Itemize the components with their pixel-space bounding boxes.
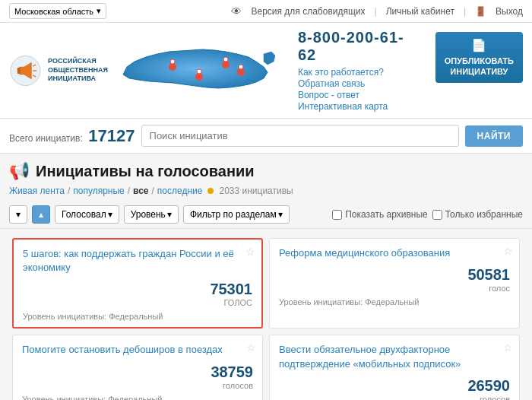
star-icon[interactable]: ☆ [503,245,513,257]
card-item-2: ☆ Реформа медицинского образования 50581… [269,238,520,329]
section-filter-button[interactable]: Фильтр по разделам ▾ [183,205,290,224]
card-link[interactable]: 5 шагов: как поддержать граждан России и… [23,247,237,275]
votes-number: 50581 [279,266,510,284]
svg-rect-2 [17,68,21,74]
star-icon[interactable]: ☆ [246,341,256,354]
breadcrumb-last[interactable]: последние [157,186,203,196]
logo-text: РОССИЙСКАЯ ОБЩЕСТВЕННАЯ ИНИЦИАТИВА [48,57,108,84]
search-button[interactable]: НАЙТИ [465,125,523,147]
breadcrumb-sep1: / [68,186,70,196]
only-favorites-label: Только избранные [445,209,523,220]
svg-point-8 [170,59,175,64]
filter-chevron-icon: ▾ [278,209,283,220]
total-count: 17127 [88,126,135,145]
card-votes: 75301 ГОЛОС [23,281,252,307]
breadcrumb-popular[interactable]: популярные [73,186,125,196]
total-label: Всего инициатив: 17127 [9,126,135,146]
votes-number: 75301 [23,281,252,298]
card-votes: 38759 голосов [22,363,253,390]
voted-chevron-icon: ▾ [108,209,112,220]
interactive-map-link[interactable]: Интерактивная карта [298,101,388,112]
only-favorites-checkbox[interactable] [432,210,442,220]
sort-up-button[interactable]: ▴ [32,205,50,224]
header-links: Как это работается? Обратная связь Вопро… [298,67,388,112]
section-title-area: 📢 Инициативы на голосовании [0,154,532,184]
nav-divider2: | [464,6,466,17]
card-level: Уровень инициативы: Федеральный [23,312,252,321]
svg-point-14 [223,57,228,62]
breadcrumb-all[interactable]: все [133,186,148,196]
card-link[interactable]: Реформа медицинского образования [279,246,495,260]
breadcrumb: Живая лента / популярные / все / последн… [0,184,532,201]
search-input[interactable] [141,125,459,147]
logo-bullhorn-icon [9,54,42,87]
card-votes: 26590 голосов [279,377,510,400]
main-header: РОССИЙСКАЯ ОБЩЕСТВЕННАЯ ИНИЦИАТИВА [0,23,532,119]
breadcrumb-dot [207,188,214,194]
votes-label: голосов [279,395,510,400]
level-label: Уровень [131,209,166,220]
votes-number: 26590 [279,377,510,395]
qa-link[interactable]: Вопрос - ответ [298,90,388,100]
feedback-link[interactable]: Обратная связь [298,78,388,89]
arrow-up-icon: ▴ [39,209,43,220]
top-bar: Московская область ▾ 👁 Версия для слабов… [0,0,532,23]
accessibility-link[interactable]: Версия для слабовидящих [251,6,365,17]
filter-label: Фильтр по разделам [190,209,277,220]
star-icon[interactable]: ☆ [503,341,513,354]
card-link[interactable]: Ввести обязательное двухфакторное подтве… [279,343,495,370]
card-link[interactable]: Помогите остановить дебоширов в поездах [22,343,238,357]
how-it-works-link[interactable]: Как это работается? [298,67,388,78]
card-votes: 50581 голос [279,266,510,293]
breadcrumb-sep2: / [128,186,130,196]
map-area [116,29,283,112]
voted-filter-button[interactable]: Голосовал ▾ [55,205,119,224]
top-nav: 👁 Версия для слабовидящих | Личный кабин… [231,5,523,17]
svg-point-17 [239,65,243,69]
votes-number: 38759 [22,363,253,381]
region-label: Московская область [14,7,93,16]
sort-down-button[interactable]: ▾ [9,205,27,224]
cabinet-link[interactable]: Личный кабинет [386,6,454,17]
votes-label: ГОЛОС [23,298,252,307]
section-heading: Инициативы на голосовании [36,163,255,180]
card-title: Ввести обязательное двухфакторное подтве… [279,343,510,370]
nav-divider: | [375,6,377,17]
accessibility-icon: 👁 [231,5,242,17]
region-dropdown[interactable]: Московская область ▾ [9,3,106,19]
card-item-4: ☆ Ввести обязательное двухфакторное подт… [269,335,520,400]
section-bullhorn-icon: 📢 [9,161,30,181]
card-title: Помогите остановить дебоширов в поездах [22,343,253,357]
document-icon: 📄 [445,38,514,54]
card-title: Реформа медицинского образования [279,246,510,260]
breadcrumb-live-feed[interactable]: Живая лента [9,186,65,196]
card-item-3: ☆ Помогите остановить дебоширов в поезда… [12,335,263,400]
breadcrumb-sep3: / [152,186,154,196]
card-level: Уровень инициативы: Федеральный [22,395,253,400]
logo-area: РОССИЙСКАЯ ОБЩЕСТВЕННАЯ ИНИЦИАТИВА [9,29,108,112]
show-archived-checkbox[interactable] [332,210,342,220]
toolbar: ▾ ▴ Голосовал ▾ Уровень ▾ Фильтр по разд… [0,201,532,229]
level-filter-button[interactable]: Уровень ▾ [124,205,179,224]
right-header: 8-800-200-61-62 Как это работается? Обра… [290,29,422,112]
star-icon[interactable]: ☆ [245,246,255,258]
cards-grid: ☆ 5 шагов: как поддержать граждан России… [0,229,532,400]
show-archived-checkbox-label: Показать архивные [332,209,428,220]
phone-number: 8-800-200-61-62 [298,29,422,64]
card-title: 5 шагов: как поддержать граждан России и… [23,247,252,275]
chevron-down-icon: ▾ [97,6,101,16]
breadcrumb-count: 2033 инициативы [219,186,293,196]
only-favorites-checkbox-label: Только избранные [432,209,523,220]
svg-point-11 [197,69,201,74]
russia-map [116,40,283,101]
logout-link[interactable]: Выход [496,6,523,17]
publish-button[interactable]: 📄 ОПУБЛИКОВАТЬ ИНИЦИАТИВУ [435,32,523,83]
level-chevron-icon: ▾ [167,209,172,220]
voted-label: Голосовал [62,209,106,220]
show-archived-label: Показать архивные [345,209,428,220]
door-icon: 🚪 [475,6,486,17]
search-bar: Всего инициатив: 17127 НАЙТИ [0,119,532,154]
votes-label: голос [279,284,510,293]
arrow-down-icon: ▾ [16,209,21,220]
card-level: Уровень инициативы: Федеральный [279,297,510,306]
